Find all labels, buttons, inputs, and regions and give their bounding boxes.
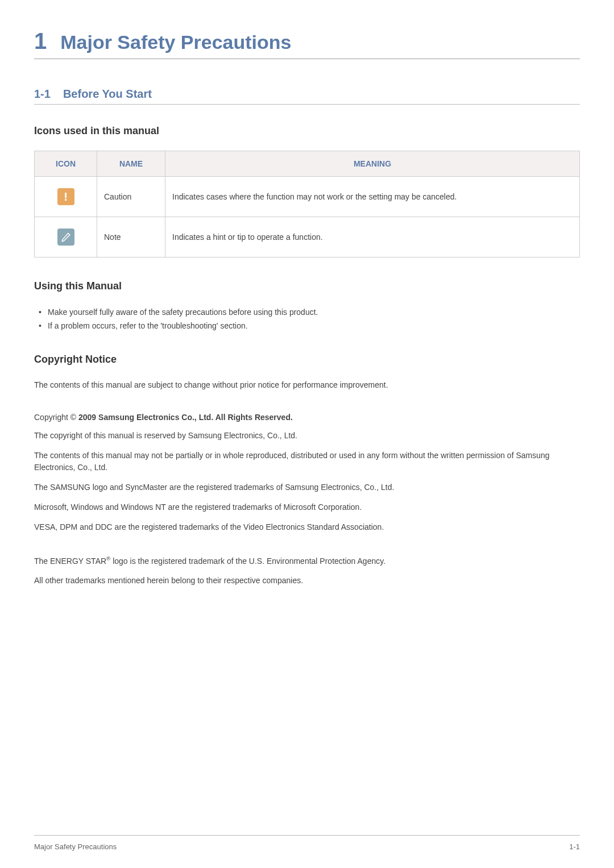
table-row: ! Caution Indicates cases where the func… <box>35 177 580 217</box>
copyright-p2: The contents of this manual may not be p… <box>34 450 580 474</box>
copyright-intro: The contents of this manual are subject … <box>34 379 580 391</box>
copyright-p5: VESA, DPM and DDC are the registered tra… <box>34 521 580 533</box>
chapter-title-text: Major Safety Precautions <box>60 31 291 53</box>
copyright-bold: 2009 Samsung Electronics Co., Ltd. All R… <box>78 413 293 422</box>
copyright-prefix: Copyright © <box>34 413 78 422</box>
using-manual-list: Make yourself fully aware of the safety … <box>34 306 580 333</box>
section-title-text: Before You Start <box>63 88 152 101</box>
copyright-p4: Microsoft, Windows and Windows NT are th… <box>34 501 580 513</box>
copyright-line: Copyright © 2009 Samsung Electronics Co.… <box>34 413 580 422</box>
energystar-pre: The ENERGY STAR <box>34 556 106 565</box>
cell-icon: ! <box>35 177 97 217</box>
copyright-p3: The SAMSUNG logo and SyncMaster are the … <box>34 481 580 493</box>
section-title: 1-1 Before You Start <box>34 88 580 105</box>
copyright-title: Copyright Notice <box>34 354 580 366</box>
using-manual-subsection: Using this Manual Make yourself fully aw… <box>34 280 580 333</box>
energystar-post: logo is the registered trademark of the … <box>110 556 385 565</box>
cell-name: Caution <box>97 177 165 217</box>
th-name: NAME <box>97 151 165 177</box>
cell-icon <box>35 217 97 258</box>
list-item: If a problem occurs, refer to the 'troub… <box>34 319 580 333</box>
caution-icon: ! <box>57 188 74 205</box>
chapter-number: 1 <box>34 28 47 54</box>
copyright-subsection: Copyright Notice The contents of this ma… <box>34 354 580 587</box>
icons-subsection: Icons used in this manual ICON NAME MEAN… <box>34 125 580 258</box>
list-item: Make yourself fully aware of the safety … <box>34 306 580 319</box>
icons-table: ICON NAME MEANING ! Caution Indicates ca… <box>34 151 580 258</box>
table-row: Note Indicates a hint or tip to operate … <box>35 217 580 258</box>
table-header-row: ICON NAME MEANING <box>35 151 580 177</box>
section-number: 1-1 <box>34 88 51 101</box>
copyright-p7: All other trademarks mentioned herein be… <box>34 575 580 587</box>
cell-meaning: Indicates cases where the function may n… <box>165 177 580 217</box>
chapter-title: 1 Major Safety Precautions <box>34 28 580 59</box>
copyright-p1: The copyright of this manual is reserved… <box>34 430 580 442</box>
cell-name: Note <box>97 217 165 258</box>
cell-meaning: Indicates a hint or tip to operate a fun… <box>165 217 580 258</box>
copyright-energystar: The ENERGY STAR® logo is the registered … <box>34 555 580 567</box>
page-footer: Major Safety Precautions 1-1 <box>34 835 580 851</box>
using-manual-title: Using this Manual <box>34 280 580 292</box>
th-icon: ICON <box>35 151 97 177</box>
th-meaning: MEANING <box>165 151 580 177</box>
note-icon <box>57 229 74 246</box>
footer-right: 1-1 <box>569 842 580 851</box>
footer-left: Major Safety Precautions <box>34 842 117 851</box>
icons-subsection-title: Icons used in this manual <box>34 125 580 137</box>
